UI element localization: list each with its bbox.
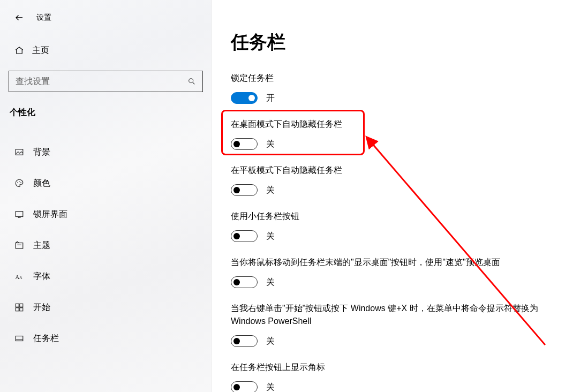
sidebar-item-start[interactable]: 开始: [0, 292, 212, 323]
sidebar: 设置 主页 个性化 背景: [0, 0, 212, 392]
toggle-state-text: 关: [266, 139, 275, 150]
setting-label: 在任务栏按钮上显示角标: [231, 361, 547, 374]
toggle-state-text: 关: [266, 336, 275, 347]
toggle-state-text: 关: [266, 382, 275, 393]
svg-rect-13: [20, 304, 23, 307]
search-input[interactable]: [9, 77, 181, 86]
taskbar-icon: [14, 333, 25, 344]
sidebar-nav-list: 背景 颜色 锁屏界面 主题: [0, 137, 212, 354]
setting-auto-hide-desktop: 在桌面模式下自动隐藏任务栏 关: [231, 118, 547, 150]
setting-badges: 在任务栏按钮上显示角标 关: [231, 361, 547, 392]
setting-label: 当我右键单击"开始"按钮或按下 Windows 键+X 时，在菜单中将命令提示符…: [231, 302, 547, 328]
toggle-badges[interactable]: [231, 381, 258, 392]
nav-home[interactable]: 主页: [0, 44, 212, 57]
svg-text:A: A: [19, 275, 22, 280]
toggle-powershell[interactable]: [231, 335, 258, 347]
svg-rect-16: [16, 336, 23, 341]
search-box[interactable]: [9, 71, 203, 92]
content-panel: 任务栏 锁定任务栏 开 在桌面模式下自动隐藏任务栏 关 在平板模式下自动隐藏任务…: [212, 0, 588, 392]
svg-point-3: [17, 182, 18, 183]
arrow-left-icon: [14, 13, 24, 22]
toggle-auto-hide-desktop[interactable]: [231, 138, 258, 150]
palette-icon: [14, 178, 25, 189]
svg-line-1: [193, 82, 194, 84]
svg-rect-7: [18, 217, 20, 218]
toggle-lock-taskbar[interactable]: [231, 92, 258, 104]
lockscreen-icon: [14, 209, 25, 220]
search-icon: [181, 77, 202, 86]
sidebar-item-label: 颜色: [33, 178, 50, 189]
sidebar-item-label: 锁屏界面: [33, 209, 67, 220]
toggle-state-text: 开: [266, 93, 275, 104]
sidebar-item-label: 任务栏: [33, 333, 59, 344]
svg-point-5: [20, 182, 21, 183]
toggle-peek-desktop[interactable]: [231, 276, 258, 288]
setting-label: 在桌面模式下自动隐藏任务栏: [231, 118, 547, 131]
svg-rect-8: [16, 243, 23, 249]
toggle-state-text: 关: [266, 277, 275, 288]
home-icon: [14, 45, 25, 56]
sidebar-item-label: 字体: [33, 271, 50, 282]
setting-powershell: 当我右键单击"开始"按钮或按下 Windows 键+X 时，在菜单中将命令提示符…: [231, 302, 547, 347]
svg-point-4: [19, 181, 20, 182]
sidebar-item-colors[interactable]: 颜色: [0, 168, 212, 199]
toggle-small-buttons[interactable]: [231, 230, 258, 242]
back-button[interactable]: [14, 12, 25, 23]
sidebar-item-label: 背景: [33, 147, 50, 158]
svg-rect-6: [16, 212, 23, 217]
sidebar-item-lockscreen[interactable]: 锁屏界面: [0, 199, 212, 230]
setting-label: 当你将鼠标移动到任务栏末端的"显示桌面"按钮时，使用"速览"预览桌面: [231, 256, 547, 269]
svg-point-0: [189, 79, 193, 83]
setting-label: 使用小任务栏按钮: [231, 210, 547, 223]
font-icon: AA: [14, 271, 25, 282]
setting-small-buttons: 使用小任务栏按钮 关: [231, 210, 547, 242]
toggle-state-text: 关: [266, 231, 275, 242]
app-title: 设置: [36, 13, 51, 22]
sidebar-item-background[interactable]: 背景: [0, 137, 212, 168]
themes-icon: [14, 240, 25, 251]
picture-icon: [14, 147, 25, 157]
svg-rect-12: [16, 304, 19, 307]
toggle-state-text: 关: [266, 185, 275, 196]
sidebar-section-title: 个性化: [0, 107, 212, 118]
svg-rect-14: [16, 308, 19, 311]
nav-home-label: 主页: [32, 45, 49, 56]
sidebar-item-label: 开始: [33, 302, 50, 313]
setting-label: 在平板模式下自动隐藏任务栏: [231, 164, 547, 177]
svg-rect-15: [20, 308, 23, 311]
setting-lock-taskbar: 锁定任务栏 开: [231, 72, 547, 104]
sidebar-item-themes[interactable]: 主题: [0, 230, 212, 261]
sidebar-item-taskbar[interactable]: 任务栏: [0, 323, 212, 354]
setting-peek-desktop: 当你将鼠标移动到任务栏末端的"显示桌面"按钮时，使用"速览"预览桌面 关: [231, 256, 547, 288]
sidebar-item-label: 主题: [33, 240, 50, 251]
start-icon: [14, 302, 25, 313]
page-title: 任务栏: [231, 30, 567, 55]
setting-label: 锁定任务栏: [231, 72, 547, 85]
sidebar-item-fonts[interactable]: AA 字体: [0, 261, 212, 292]
setting-auto-hide-tablet: 在平板模式下自动隐藏任务栏 关: [231, 164, 547, 196]
toggle-auto-hide-tablet[interactable]: [231, 184, 258, 196]
